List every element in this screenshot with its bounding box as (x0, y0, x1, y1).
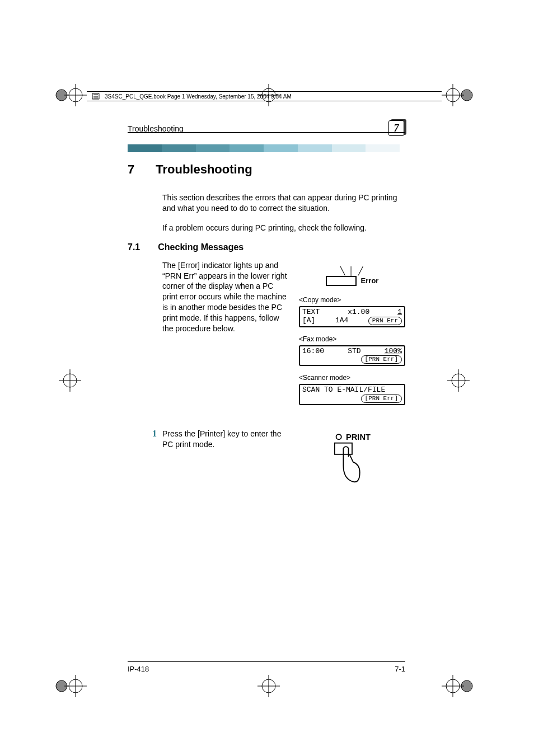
heading-1: 7 Troubleshooting (128, 162, 405, 177)
scanner-mode-label: <Scanner mode> (299, 374, 405, 382)
lcd-tray: [A] (302, 317, 315, 325)
lcd-pct: 100% (385, 348, 402, 356)
chapter-title: Troubleshooting (156, 162, 252, 177)
file-info-header: 3S4SC_PCL_QGE.book Page 1 Wednesday, Sep… (87, 91, 442, 101)
lcd-scanner-mode: SCAN TO E-MAIL/FILE [PRN Err] (299, 384, 405, 405)
lcd-prn-err: [PRN Err] (361, 355, 402, 364)
intro-paragraph-1: This section describes the errors that c… (162, 192, 405, 214)
lcd-prn-err: PRN Err (368, 317, 402, 325)
intro-paragraph-2: If a problem occurs during PC printing, … (162, 223, 405, 233)
crop-mark-icon (252, 669, 285, 703)
print-button-diagram: PRINT (321, 429, 383, 492)
chapter-number: 7 (388, 120, 404, 136)
lcd-time: 16:00 (302, 348, 324, 356)
light-rays-icon: ╲ │ ╱ (340, 266, 364, 275)
lcd-zoom: x1.00 (348, 308, 369, 317)
footer-model: IP-418 (128, 665, 149, 673)
svg-point-28 (336, 434, 341, 439)
crop-mark-icon (442, 364, 475, 397)
file-info-text: 3S4SC_PCL_QGE.book Page 1 Wednesday, Sep… (105, 93, 292, 100)
crop-mark-icon (442, 78, 475, 112)
lcd-copies: 1 (397, 308, 402, 317)
chapter-badge: 7 (388, 120, 405, 137)
step-number: 1 (128, 429, 157, 492)
fax-mode-label: <Fax mode> (299, 335, 405, 343)
crop-mark-icon (53, 669, 87, 703)
lcd-copy-mode: TEXT x1.00 1 [A] 1A4 PRN Err (299, 306, 405, 327)
heading-2: 7.1 Checking Messages (128, 242, 405, 252)
chapter-num: 7 (128, 162, 134, 177)
section-num: 7.1 (128, 242, 140, 252)
gradient-divider (128, 144, 400, 152)
lcd-std: STD (348, 348, 360, 356)
section-paragraph: The [Error] indicator lights up and “PRN… (162, 260, 288, 334)
header-rule (128, 132, 405, 133)
crop-mark-icon (53, 364, 87, 397)
lcd-fax-mode: 16:00 STD 100% [PRN Err] (299, 345, 405, 367)
step-text: Press the [Printer] key to enter the PC … (162, 429, 293, 492)
error-indicator-diagram: ╲ │ ╱ Error (299, 266, 405, 286)
footer-rule (128, 661, 405, 662)
section-title: Checking Messages (158, 242, 243, 252)
error-label: Error (361, 276, 379, 285)
copy-mode-label: <Copy mode> (299, 296, 405, 304)
footer-page: 7-1 (395, 665, 405, 673)
lcd-paper: 1A4 (335, 317, 348, 325)
indicator-box-icon (326, 276, 357, 286)
lcd-scan-to: SCAN TO E-MAIL/FILE (302, 386, 385, 395)
print-label: PRINT (346, 433, 371, 442)
crop-mark-icon (53, 78, 87, 112)
lcd-prn-err: [PRN Err] (361, 395, 402, 403)
lcd-text: TEXT (302, 308, 320, 317)
crop-mark-icon (442, 669, 475, 703)
